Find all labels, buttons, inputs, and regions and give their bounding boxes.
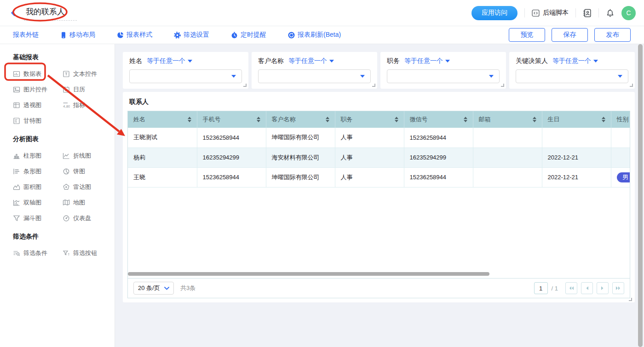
column-header-birthday[interactable]: 生日 xyxy=(542,111,611,128)
backend-script-button[interactable]: 后端脚本 xyxy=(532,9,569,17)
divider xyxy=(524,8,525,17)
dual-axis-icon xyxy=(13,199,20,206)
vertical-scrollbar[interactable] xyxy=(638,44,643,347)
pie-chart-icon xyxy=(63,168,70,175)
sidebar-item-indicator[interactable]: 4,80 指标 xyxy=(63,101,107,109)
sidebar-section-basic-reports: 基础报表 xyxy=(13,53,107,62)
filter-widget-position[interactable]: 职务 等于任意一个 xyxy=(380,52,506,89)
column-header-email[interactable]: 邮箱 xyxy=(473,111,542,128)
filter-operator-dropdown[interactable]: 等于任意一个 xyxy=(552,57,598,65)
avatar[interactable]: C xyxy=(621,6,636,20)
toolbar-item-mobile-layout[interactable]: 移动布局 xyxy=(60,31,95,39)
page-total: / 1 xyxy=(552,285,558,292)
contacts-table-widget[interactable]: 联系人 姓名 手机号 客户名称 职务 微信号 邮箱 生日 性别 xyxy=(123,92,635,302)
table-cell: 坤曜国际有限公司 xyxy=(266,128,335,148)
sidebar-item-column-chart[interactable]: 柱形图 xyxy=(13,152,63,160)
sort-icon[interactable] xyxy=(188,117,191,122)
back-button[interactable] xyxy=(8,8,18,18)
table-cell: 15236258944 xyxy=(404,167,473,187)
filter-value-select[interactable] xyxy=(129,69,242,83)
app-access-button[interactable]: 应用访问 xyxy=(472,6,518,20)
sort-icon[interactable] xyxy=(326,117,329,122)
filter-value-select[interactable] xyxy=(516,69,628,83)
sidebar-item-radar-chart[interactable]: 雷达图 xyxy=(63,183,107,191)
prev-page-button[interactable] xyxy=(581,282,593,294)
sort-icon[interactable] xyxy=(464,117,467,122)
toolbar-item-external-link[interactable]: 报表外链 xyxy=(13,31,39,39)
text-widget-icon xyxy=(63,70,70,78)
filter-widget-name[interactable]: 姓名 等于任意一个 xyxy=(123,52,248,89)
alarm-icon xyxy=(231,32,238,39)
page-title[interactable]: 我的联系人 xyxy=(24,6,77,21)
toolbar-item-timed-reminder[interactable]: 定时提醒 xyxy=(231,31,266,39)
sidebar-item-image-widget[interactable]: 图片控件 xyxy=(13,85,63,94)
column-header-customer[interactable]: 客户名称 xyxy=(266,111,335,128)
backend-script-label: 后端脚本 xyxy=(543,9,569,17)
page-size-select[interactable]: 20 条/页 xyxy=(133,282,174,295)
sidebar-item-calendar[interactable]: 日历 xyxy=(63,85,107,94)
notification-button[interactable] xyxy=(606,9,615,17)
resize-handle[interactable] xyxy=(630,84,633,87)
sort-icon[interactable] xyxy=(257,117,260,122)
column-header-gender[interactable]: 性别 xyxy=(611,111,630,128)
sidebar-item-area-chart[interactable]: 面积图 xyxy=(13,183,63,191)
last-page-button[interactable] xyxy=(612,282,624,294)
sidebar-item-pivot[interactable]: 透视图 xyxy=(13,101,63,109)
sidebar-section-analysis-charts: 分析图表 xyxy=(13,135,107,143)
sort-icon[interactable] xyxy=(602,117,605,122)
column-header-name[interactable]: 姓名 xyxy=(128,111,197,128)
filter-widget-customer[interactable]: 客户名称 等于任意一个 xyxy=(252,52,377,89)
save-button[interactable]: 保存 xyxy=(552,28,588,42)
page-input[interactable]: 1 xyxy=(534,282,548,294)
resize-handle[interactable] xyxy=(372,84,375,87)
sidebar-item-bar-chart[interactable]: 条形图 xyxy=(13,167,63,176)
table-row[interactable]: 王晓测试 15236258944 坤曜国际有限公司 人事 15236258944 xyxy=(128,128,630,148)
filter-value-select[interactable] xyxy=(387,69,500,83)
contacts-book-icon xyxy=(583,9,592,17)
sidebar-item-funnel-chart[interactable]: 漏斗图 xyxy=(13,214,63,222)
toolbar-item-report-refresh[interactable]: 报表刷新(Beta) xyxy=(288,31,341,39)
sidebar-section-filter-conditions: 筛选条件 xyxy=(13,233,107,241)
sidebar-item-line-chart[interactable]: 折线图 xyxy=(63,152,107,160)
publish-button[interactable]: 发布 xyxy=(594,28,631,42)
sidebar-item-dual-axis[interactable]: 双轴图 xyxy=(13,199,63,207)
sidebar-item-filter-button[interactable]: 筛选按钮 xyxy=(63,249,107,257)
filter-condition-icon xyxy=(13,250,20,257)
table-row[interactable]: 王晓 15236258944 坤曜国际有限公司 人事 15236258944 2… xyxy=(128,167,630,187)
column-header-phone[interactable]: 手机号 xyxy=(197,111,266,128)
filter-value-select[interactable] xyxy=(258,69,371,83)
filter-operator-dropdown[interactable]: 等于任意一个 xyxy=(404,57,450,65)
table-cell xyxy=(473,167,542,187)
sidebar-item-text-widget[interactable]: 文本控件 xyxy=(63,70,107,78)
sidebar-item-filter-condition[interactable]: 筛选条件 xyxy=(13,249,63,257)
sidebar-item-pie-chart[interactable]: 饼图 xyxy=(63,167,107,176)
total-count: 共3条 xyxy=(180,284,196,292)
sidebar-item-map[interactable]: 地图 xyxy=(63,199,107,207)
toolbar-item-filter-settings[interactable]: 筛选设置 xyxy=(174,31,209,39)
resize-handle[interactable] xyxy=(243,84,247,87)
horizontal-scrollbar[interactable] xyxy=(128,272,489,276)
sidebar-item-gauge[interactable]: 仪表盘 xyxy=(63,214,107,222)
resize-handle[interactable] xyxy=(629,298,632,301)
mobile-icon xyxy=(60,32,67,39)
next-page-button[interactable] xyxy=(597,282,609,294)
toolbar-item-report-style[interactable]: 报表样式 xyxy=(117,31,152,39)
filter-operator-dropdown[interactable]: 等于任意一个 xyxy=(147,57,192,65)
gauge-icon xyxy=(63,215,70,222)
preview-button[interactable]: 预览 xyxy=(509,28,545,42)
column-header-position[interactable]: 职务 xyxy=(335,111,404,128)
filter-label: 姓名 xyxy=(129,57,142,65)
radar-chart-icon xyxy=(63,183,70,191)
column-header-wechat[interactable]: 微信号 xyxy=(404,111,473,128)
filter-label: 客户名称 xyxy=(258,57,284,65)
sidebar-item-gantt[interactable]: 甘特图 xyxy=(13,117,63,125)
sidebar-item-data-table[interactable]: 数据表 xyxy=(13,70,63,78)
first-page-button[interactable] xyxy=(565,282,577,294)
filter-widget-key-decision-maker[interactable]: 关键决策人 等于任意一个 xyxy=(509,52,635,89)
filter-operator-dropdown[interactable]: 等于任意一个 xyxy=(288,57,334,65)
resize-handle[interactable] xyxy=(501,84,504,87)
contacts-book-button[interactable] xyxy=(583,9,592,17)
table-row[interactable]: 杨莉 16235294299 海安材料有限公司 人事 16235294299 2… xyxy=(128,148,630,167)
sort-icon[interactable] xyxy=(533,117,536,122)
sort-icon[interactable] xyxy=(395,117,398,122)
